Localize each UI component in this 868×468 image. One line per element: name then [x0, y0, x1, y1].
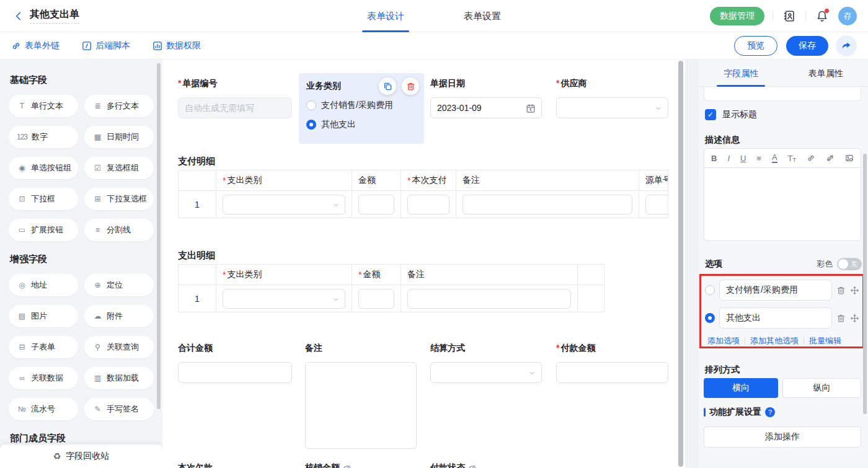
- notification-bell-icon[interactable]: [814, 8, 830, 24]
- remark-input[interactable]: [407, 289, 571, 309]
- move-option-icon[interactable]: [850, 286, 859, 295]
- radio-unchecked-icon[interactable]: [306, 100, 316, 110]
- source-no-input[interactable]: [645, 195, 668, 214]
- field-item-signature[interactable]: ✎手写签名: [84, 398, 154, 420]
- insert-image-icon[interactable]: [845, 154, 854, 162]
- supplier-select[interactable]: [556, 97, 668, 118]
- total-amount-input[interactable]: [178, 362, 292, 383]
- field-item-related-query[interactable]: ⚲关联查询: [84, 336, 154, 358]
- field-item-single-line-text[interactable]: T单行文本: [9, 95, 78, 117]
- copy-field-button[interactable]: [379, 77, 396, 95]
- canvas-scrollbar[interactable]: [678, 61, 683, 467]
- title-input-clipped[interactable]: [704, 87, 861, 101]
- help-icon[interactable]: ?: [765, 407, 775, 417]
- data-permission-button[interactable]: 数据权限: [153, 40, 201, 51]
- field-item-multi-line-text[interactable]: ≣多行文本: [84, 95, 154, 117]
- italic-icon[interactable]: I: [727, 154, 730, 163]
- description-content-area[interactable]: [704, 168, 861, 241]
- pay-amount-input[interactable]: [556, 362, 668, 383]
- field-item-number[interactable]: 123数字: [9, 126, 78, 148]
- field-supplier[interactable]: *供应商: [556, 78, 668, 118]
- pay-now-input[interactable]: [407, 195, 450, 214]
- option-text-input[interactable]: [719, 280, 832, 301]
- radio-checked-icon[interactable]: [705, 313, 715, 323]
- field-item-multi-dropdown[interactable]: ⊞下拉复选框: [84, 188, 154, 210]
- remove-link-icon[interactable]: [826, 154, 835, 162]
- field-bill-number[interactable]: *单据编号: [178, 78, 292, 118]
- bill-number-input[interactable]: [178, 97, 292, 118]
- add-option-link[interactable]: 添加选项: [707, 335, 740, 347]
- sidebar-scrollbar[interactable]: [157, 63, 161, 409]
- back-button[interactable]: [11, 9, 26, 24]
- radio-unchecked-icon[interactable]: [705, 285, 715, 295]
- field-item-divider[interactable]: ≡分割线: [84, 219, 154, 241]
- remark-textarea[interactable]: [305, 362, 417, 449]
- delete-field-button[interactable]: [402, 77, 419, 95]
- amount-input[interactable]: [358, 289, 394, 309]
- remark-input[interactable]: [463, 195, 632, 214]
- pay-detail-table[interactable]: *支出类别 金额 *本次支付 备注 源单号 1: [178, 170, 668, 218]
- user-avatar[interactable]: 存: [838, 7, 857, 25]
- field-item-radio-group[interactable]: ◉单选按钮组: [9, 157, 78, 179]
- data-manage-button[interactable]: 数据管理: [710, 7, 764, 25]
- field-total-amount[interactable]: 合计金额: [178, 343, 292, 383]
- arrange-vertical-button[interactable]: 纵向: [782, 378, 861, 398]
- backend-script-button[interactable]: 后端脚本: [82, 40, 130, 51]
- insert-link-icon[interactable]: [807, 154, 815, 162]
- delete-option-icon[interactable]: [836, 286, 846, 295]
- add-action-button[interactable]: 添加操作: [704, 426, 861, 448]
- field-item-subform[interactable]: ⊟子表单: [9, 336, 78, 358]
- field-item-data-load[interactable]: ▥数据加载: [84, 367, 154, 389]
- field-item-address[interactable]: ◎地址: [9, 274, 78, 296]
- field-settle-method[interactable]: 结算方式: [430, 343, 542, 383]
- field-business-type-selected[interactable]: 业务类别 支付销售/采购费用 其他支出: [299, 73, 424, 144]
- arrange-horizontal-button[interactable]: 横向: [704, 378, 778, 398]
- form-design-canvas[interactable]: *单据编号 业务类别 支付销售/采购费用 其他支出 单据日期 2023-01-0…: [162, 60, 685, 468]
- align-icon[interactable]: ≡: [756, 154, 761, 163]
- field-bill-date[interactable]: 单据日期 2023-01-09: [430, 78, 542, 118]
- amount-input[interactable]: [358, 195, 394, 214]
- external-link-button[interactable]: 表单外链: [11, 40, 60, 51]
- field-item-serial-number[interactable]: №流水号: [9, 398, 78, 420]
- preview-button[interactable]: 预览: [734, 36, 777, 56]
- tab-form-properties[interactable]: 表单属性: [784, 60, 868, 86]
- field-item-extend-button[interactable]: ▭扩展按钮: [9, 219, 78, 241]
- underline-icon[interactable]: U: [740, 154, 746, 163]
- option-text-input[interactable]: [719, 307, 832, 329]
- field-item-dropdown[interactable]: ⊡下拉框: [9, 188, 78, 210]
- share-button[interactable]: [836, 35, 857, 56]
- bold-icon[interactable]: B: [711, 154, 717, 163]
- delete-option-icon[interactable]: [836, 314, 846, 323]
- page-title[interactable]: 其他支出单: [30, 8, 79, 24]
- color-toggle-switch[interactable]: 关: [837, 258, 862, 270]
- field-item-location[interactable]: ⊕定位: [84, 274, 154, 296]
- expense-type-select[interactable]: [223, 195, 345, 214]
- field-item-related-data[interactable]: ∞关联数据: [9, 367, 78, 389]
- add-other-option-link[interactable]: 添加其他选项: [750, 335, 799, 347]
- bill-date-input[interactable]: 2023-01-09: [430, 97, 542, 118]
- settle-method-select[interactable]: [430, 362, 542, 383]
- address-book-icon[interactable]: [781, 8, 797, 24]
- field-item-checkbox-group[interactable]: ☑复选框组: [84, 157, 154, 179]
- radio-checked-icon[interactable]: [306, 120, 316, 130]
- batch-edit-link[interactable]: 批量编辑: [809, 335, 841, 347]
- field-item-image[interactable]: ▤图片: [9, 305, 78, 327]
- tab-form-settings[interactable]: 表单设置: [464, 0, 501, 32]
- business-type-option-1[interactable]: 支付销售/采购费用: [306, 100, 417, 111]
- checkbox-checked-icon[interactable]: [705, 109, 716, 120]
- tab-form-design[interactable]: 表单设计: [367, 0, 404, 32]
- field-recycle-bin-button[interactable]: ♻ 字段回收站: [0, 444, 162, 468]
- expense-type-select[interactable]: [223, 289, 345, 309]
- expense-detail-table[interactable]: *支出类别 *金额 备注 1: [178, 264, 604, 312]
- field-pay-amount[interactable]: *付款金额: [556, 343, 668, 383]
- panel-scrollbar[interactable]: [863, 154, 867, 414]
- save-button[interactable]: 保存: [786, 36, 828, 56]
- show-title-row[interactable]: 显示标题: [705, 109, 757, 120]
- font-color-icon[interactable]: A: [772, 153, 777, 163]
- description-editor[interactable]: B I U ≡ A TT: [704, 148, 861, 241]
- field-item-attachment[interactable]: ☁附件: [84, 305, 154, 327]
- business-type-option-2[interactable]: 其他支出: [306, 119, 417, 130]
- tab-field-properties[interactable]: 字段属性: [699, 60, 784, 86]
- move-option-icon[interactable]: [850, 314, 859, 323]
- font-size-icon[interactable]: TT: [788, 154, 796, 163]
